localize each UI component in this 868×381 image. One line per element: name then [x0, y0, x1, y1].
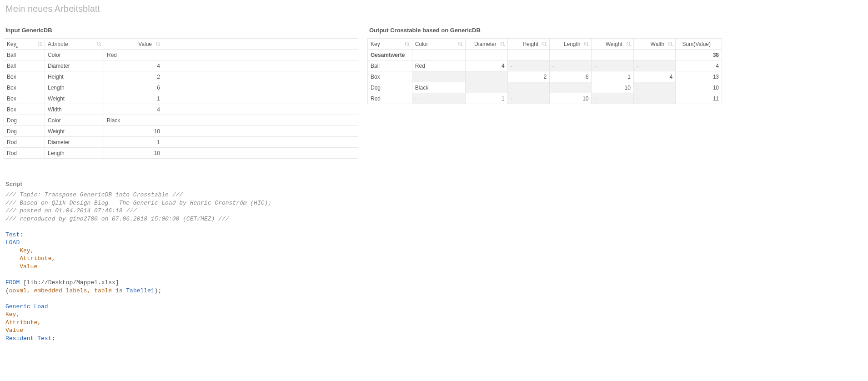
cell-weight[interactable]: 10 [592, 82, 633, 93]
cell-key[interactable]: Dog [4, 115, 45, 126]
cell-value[interactable]: 4 [104, 60, 163, 71]
cell-value[interactable]: 10 [104, 148, 163, 159]
cell-attribute[interactable]: Diameter [45, 137, 104, 148]
cell-attribute[interactable]: Width [45, 104, 104, 115]
input-table[interactable]: Key ▲ Attribute Value BallColorRedBal [4, 38, 358, 159]
output-col-key[interactable]: Key [368, 39, 412, 50]
cell-length[interactable]: 6 [550, 71, 592, 82]
cell-key[interactable]: Rod [368, 93, 412, 104]
cell-key[interactable]: Box [4, 71, 45, 82]
cell-height[interactable]: - [507, 60, 549, 71]
cell-weight[interactable]: 1 [592, 71, 633, 82]
cell-value[interactable]: 10 [104, 126, 163, 137]
cell-value[interactable]: 1 [104, 137, 163, 148]
cell-key[interactable]: Box [4, 104, 45, 115]
cell-key[interactable]: Ball [4, 50, 45, 60]
output-col-width[interactable]: Width [633, 39, 675, 50]
search-icon[interactable] [37, 41, 43, 47]
cell-key[interactable]: Dog [368, 82, 412, 93]
cell-sum[interactable]: 13 [676, 71, 722, 82]
cell-height[interactable]: - [507, 82, 549, 93]
cell-attribute[interactable]: Diameter [45, 60, 104, 71]
cell-color[interactable]: - [412, 93, 465, 104]
search-icon[interactable] [500, 41, 506, 47]
table-row[interactable]: BoxWidth4 [4, 104, 358, 115]
cell-key[interactable]: Ball [4, 60, 45, 71]
cell-value[interactable]: 1 [104, 93, 163, 104]
table-row[interactable]: BoxLength6 [4, 82, 358, 93]
cell-sum[interactable]: 10 [676, 82, 722, 93]
table-row[interactable]: RodDiameter1 [4, 137, 358, 148]
svg-point-2 [97, 42, 100, 45]
table-row[interactable]: Box--261413 [368, 71, 722, 82]
table-row[interactable]: BallColorRed [4, 50, 358, 60]
output-col-height[interactable]: Height [507, 39, 549, 50]
table-row[interactable]: DogBlack---10-10 [368, 82, 722, 93]
cell-height[interactable]: - [507, 93, 549, 104]
cell-value[interactable]: 6 [104, 82, 163, 93]
cell-width[interactable]: - [633, 82, 675, 93]
cell-diameter[interactable]: 1 [466, 93, 507, 104]
cell-color[interactable]: - [412, 71, 465, 82]
cell-length[interactable]: 10 [550, 93, 592, 104]
cell-key[interactable]: Box [4, 82, 45, 93]
cell-key[interactable]: Rod [4, 148, 45, 159]
cell-sum[interactable]: 11 [676, 93, 722, 104]
search-icon[interactable] [668, 41, 673, 47]
cell-width[interactable]: - [633, 60, 675, 71]
search-icon[interactable] [626, 41, 632, 47]
cell-key[interactable]: Dog [4, 126, 45, 137]
cell-weight[interactable]: - [592, 93, 633, 104]
output-table[interactable]: Key Color Diameter Height [367, 38, 722, 104]
cell-value[interactable]: 2 [104, 71, 163, 82]
cell-diameter[interactable]: - [466, 82, 507, 93]
cell-width[interactable]: 4 [633, 71, 675, 82]
cell-attribute[interactable]: Color [45, 50, 104, 60]
cell-attribute[interactable]: Height [45, 71, 104, 82]
search-icon[interactable] [542, 41, 547, 47]
cell-length[interactable]: - [550, 82, 592, 93]
cell-attribute[interactable]: Weight [45, 126, 104, 137]
input-col-key[interactable]: Key ▲ [4, 39, 45, 50]
cell-attribute[interactable]: Weight [45, 93, 104, 104]
table-row[interactable]: BoxWeight1 [4, 93, 358, 104]
cell-key[interactable]: Rod [4, 137, 45, 148]
output-col-color[interactable]: Color [412, 39, 465, 50]
table-row[interactable]: DogWeight10 [4, 126, 358, 137]
cell-sum[interactable]: 4 [676, 60, 722, 71]
table-row[interactable]: RodLength10 [4, 148, 358, 159]
cell-value[interactable]: Black [104, 115, 163, 126]
cell-diameter[interactable]: - [466, 71, 507, 82]
search-icon[interactable] [156, 41, 161, 47]
cell-key[interactable]: Box [4, 93, 45, 104]
table-row[interactable]: BoxHeight2 [4, 71, 358, 82]
search-icon[interactable] [405, 41, 410, 47]
cell-attribute[interactable]: Length [45, 82, 104, 93]
table-row[interactable]: BallDiameter4 [4, 60, 358, 71]
cell-key[interactable]: Ball [368, 60, 412, 71]
search-icon[interactable] [584, 41, 589, 47]
table-row[interactable]: Rod-1-10--11 [368, 93, 722, 104]
search-icon[interactable] [96, 41, 102, 47]
cell-height[interactable]: 2 [507, 71, 549, 82]
output-col-length[interactable]: Length [550, 39, 592, 50]
cell-color[interactable]: Red [412, 60, 465, 71]
cell-length[interactable]: - [550, 60, 592, 71]
table-row[interactable]: DogColorBlack [4, 115, 358, 126]
output-col-diameter[interactable]: Diameter [466, 39, 507, 50]
cell-attribute[interactable]: Color [45, 115, 104, 126]
output-col-weight[interactable]: Weight [592, 39, 633, 50]
search-icon[interactable] [458, 41, 463, 47]
cell-key[interactable]: Box [368, 71, 412, 82]
cell-value[interactable]: 4 [104, 104, 163, 115]
cell-weight[interactable]: - [592, 60, 633, 71]
cell-diameter[interactable]: 4 [466, 60, 507, 71]
cell-attribute[interactable]: Length [45, 148, 104, 159]
input-col-attribute[interactable]: Attribute [45, 39, 104, 50]
table-row[interactable]: BallRed4----4 [368, 60, 722, 71]
output-col-sum[interactable]: Sum(Value) [676, 39, 722, 50]
cell-color[interactable]: Black [412, 82, 465, 93]
cell-width[interactable]: - [633, 93, 675, 104]
cell-value[interactable]: Red [104, 50, 163, 60]
input-col-value[interactable]: Value [104, 39, 163, 50]
